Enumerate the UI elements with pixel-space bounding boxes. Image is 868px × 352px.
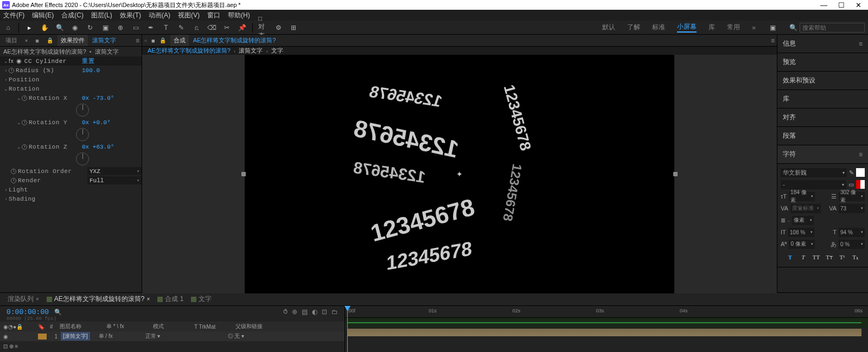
snap-options-icon[interactable]: ⚙ (273, 23, 283, 33)
menu-composition[interactable]: 合成(C) (61, 11, 84, 20)
eyedropper-icon[interactable]: ✎ (849, 169, 854, 176)
menu-file[interactable]: 文件(F) (3, 11, 24, 20)
tsume-input[interactable]: 0 % (839, 240, 865, 249)
layer-parent[interactable]: ◎ 无 ▾ (228, 332, 245, 340)
workspace-standard[interactable]: 标准 (652, 23, 665, 32)
stopwatch-icon[interactable] (9, 68, 14, 73)
vscale-input[interactable]: 108 % (788, 228, 814, 237)
radius-value[interactable]: 100.0 (82, 67, 142, 74)
tab-text[interactable]: 文字 (191, 295, 212, 304)
time-ruler[interactable]: :00f 01s 02s 03s 04s 06s (345, 306, 868, 318)
tl-icon-3[interactable]: ▤ (302, 308, 308, 316)
lock-icon[interactable]: 🔒 (159, 37, 166, 43)
effect-reset[interactable]: 重置 (82, 57, 142, 65)
tl-icon-6[interactable]: 🗀 (331, 308, 338, 316)
rotz-value[interactable]: 0x +63.0° (82, 144, 142, 150)
no-stroke-icon[interactable]: ▭ (848, 181, 854, 188)
layer-row[interactable]: ◉ 1 [滚筒文字] 单 / fx 正常 ▾ ◎ 无 ▾ (0, 331, 344, 341)
clone-tool[interactable]: ⎌ (192, 23, 201, 33)
roty-dial[interactable] (76, 128, 89, 141)
handle-left[interactable] (241, 172, 246, 176)
layer-switches[interactable]: 单 / fx (99, 332, 142, 340)
comp-name-tab[interactable]: AE怎样将文字制成旋转的滚筒? (193, 36, 276, 44)
subscript[interactable]: T₁ (851, 253, 860, 261)
tab-composition[interactable]: 合成 (170, 35, 189, 46)
kerning-select[interactable]: 度量标准 (790, 204, 821, 213)
orbit-tool[interactable]: ◉ (70, 23, 80, 33)
panel-menu-icon[interactable]: ≡ (859, 40, 863, 48)
tab-render-queue[interactable]: 渲染队列× (8, 295, 39, 304)
panel-menu-left[interactable]: ≡ (136, 37, 139, 44)
sync-settings-icon[interactable]: ▣ (768, 23, 777, 33)
hscale-input[interactable]: 94 % (839, 228, 865, 237)
stopwatch-icon[interactable] (11, 169, 16, 174)
breadcrumb-1[interactable]: 滚筒文字 (239, 47, 263, 55)
tab-main-comp[interactable]: AE怎样将文字制成旋转的滚筒?× (47, 295, 150, 304)
workspace-default[interactable]: 默认 (602, 23, 615, 32)
faux-bold[interactable]: T (786, 253, 795, 261)
panel-preview[interactable]: 预览 (777, 53, 868, 72)
snap-toggle[interactable]: □ 对齐 (258, 23, 268, 33)
tl-icon-4[interactable]: ◐ (312, 308, 317, 316)
tl-icon-1[interactable]: ⥀ (283, 308, 288, 316)
hand-tool[interactable]: ✋ (40, 23, 49, 33)
zoom-tool[interactable]: 🔍 (55, 23, 65, 33)
eraser-tool[interactable]: ⌫ (207, 23, 216, 33)
rotx-dial[interactable] (76, 104, 89, 117)
panel-libraries[interactable]: 库 (777, 90, 868, 108)
stroke-color-swatch[interactable] (856, 180, 865, 189)
panel-align[interactable]: 对齐 (777, 108, 868, 127)
brush-tool[interactable]: ✎ (176, 23, 186, 33)
toggle-switches-icon[interactable]: ⊡ ⊕ ≡ (3, 343, 18, 349)
superscript[interactable]: T¹ (838, 253, 847, 261)
workspace-small[interactable]: 小屏幕 (677, 22, 697, 33)
pan-behind-tool[interactable]: ⊕ (116, 23, 125, 33)
rotate-tool[interactable]: ↻ (85, 23, 95, 33)
menu-animation[interactable]: 动画(A) (149, 11, 170, 20)
stopwatch-icon[interactable] (11, 178, 16, 183)
menu-help[interactable]: 帮助(H) (228, 11, 250, 20)
selection-tool[interactable]: ▸ (24, 23, 34, 33)
shape-tool[interactable]: ▭ (131, 23, 141, 33)
tab-effect-controls[interactable]: 效果控件 (58, 35, 88, 46)
font-size-input[interactable]: 184 像素 (789, 192, 815, 201)
font-style-select[interactable]: - (781, 180, 846, 189)
camera-tool[interactable]: ▣ (100, 23, 110, 33)
layer-duration-bar[interactable] (347, 329, 861, 336)
fill-color-swatch[interactable] (856, 168, 865, 177)
playhead[interactable] (347, 306, 348, 352)
search-input[interactable] (800, 23, 865, 33)
minimize-button[interactable]: — (820, 1, 827, 9)
rotz-dial[interactable] (76, 152, 89, 165)
baseline-input[interactable]: 0 像素 (789, 240, 815, 249)
snap-extra-icon[interactable]: ⊞ (289, 23, 298, 33)
handle-right[interactable] (673, 172, 678, 176)
rotx-value[interactable]: 0x -73.0° (82, 95, 142, 101)
layer-mode[interactable]: 正常 ▾ (145, 332, 183, 340)
tl-icon-2[interactable]: ⊕ (292, 308, 297, 316)
effect-controls-layer[interactable]: 滚筒文字 (92, 36, 116, 44)
workspace-common[interactable]: 常用 (727, 23, 740, 32)
menu-edit[interactable]: 编辑(E) (32, 11, 54, 20)
menu-view[interactable]: 视图(V) (178, 11, 200, 20)
panel-character-header[interactable]: 字符≡ (777, 145, 868, 164)
panel-menu-icon[interactable]: ≡ (859, 151, 863, 158)
small-caps[interactable]: Tᴛ (825, 253, 834, 261)
puppet-tool[interactable]: 📌 (237, 23, 247, 33)
effect-name[interactable]: CC Cylinder (24, 58, 67, 65)
stopwatch-icon[interactable] (22, 120, 27, 125)
faux-italic[interactable]: T (799, 253, 808, 261)
close-tab-icon[interactable]: × (25, 38, 28, 43)
layer-name[interactable]: [滚筒文字] (61, 332, 90, 341)
roty-value[interactable]: 0x +0.0° (82, 119, 142, 126)
tl-icon-5[interactable]: ⊡ (322, 308, 327, 316)
menu-effect[interactable]: 效果(T) (120, 11, 141, 20)
timeline-track-area[interactable]: :00f 01s 02s 03s 04s 06s (345, 306, 868, 352)
chevron-down-icon[interactable]: ⌄ (3, 86, 9, 92)
panel-paragraph[interactable]: 段落 (777, 127, 868, 145)
tracking-input[interactable]: 73 (839, 204, 865, 213)
all-caps[interactable]: TT (812, 253, 821, 261)
chevron-down-icon[interactable]: ⌄ (3, 59, 9, 64)
stopwatch-icon[interactable] (22, 95, 27, 101)
breadcrumb-0[interactable]: AE怎样将文字制成旋转的滚筒? (148, 47, 231, 55)
